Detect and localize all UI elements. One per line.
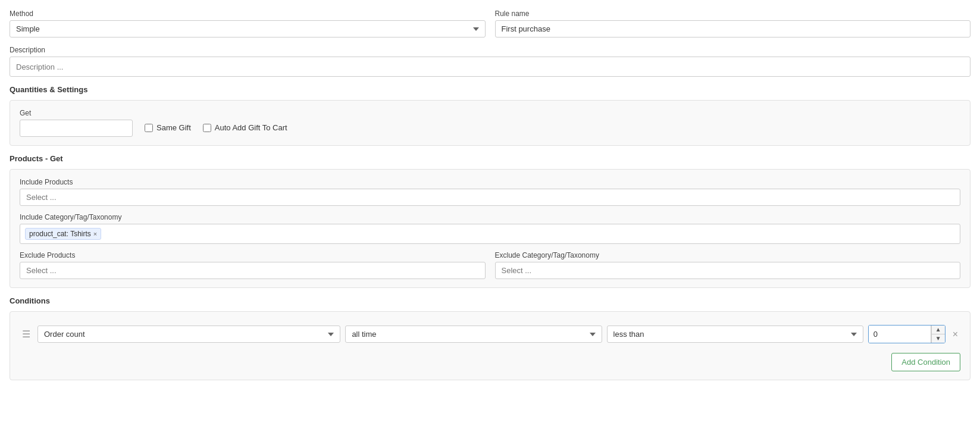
auto-add-checkbox[interactable]	[203, 124, 211, 132]
include-products-label: Include Products	[20, 178, 960, 186]
include-category-label: Include Category/Tag/Taxonomy	[20, 213, 960, 221]
exclude-products-input[interactable]	[20, 262, 486, 279]
add-condition-button[interactable]: Add Condition	[891, 353, 960, 371]
exclude-products-label: Exclude Products	[20, 251, 486, 259]
drag-handle-icon[interactable]: ☰	[20, 328, 33, 340]
same-gift-label: Same Gift	[156, 123, 191, 132]
spinner-buttons: ▲ ▼	[931, 326, 945, 343]
method-select[interactable]: Simple Advanced	[10, 20, 486, 37]
get-label: Get	[20, 109, 133, 117]
include-category-input[interactable]: product_cat: Tshirts ×	[20, 224, 960, 244]
exclude-category-input[interactable]	[495, 262, 961, 279]
products-get-title: Products - Get	[10, 154, 970, 163]
exclude-category-label: Exclude Category/Tag/Taxonomy	[495, 251, 961, 259]
same-gift-checkbox[interactable]	[145, 124, 153, 132]
tag-text: product_cat: Tshirts	[29, 230, 91, 238]
condition-value-spinner[interactable]: ▲ ▼	[868, 325, 945, 343]
comparison-select[interactable]: less than greater than equal to not equa…	[607, 326, 863, 343]
include-products-input[interactable]	[20, 189, 960, 206]
condition-value-input[interactable]	[869, 326, 931, 343]
description-input[interactable]	[10, 57, 970, 77]
rule-name-input[interactable]: First purchase	[495, 20, 971, 37]
auto-add-label: Auto Add Gift To Cart	[215, 123, 287, 132]
description-label: Description	[10, 46, 970, 54]
get-input[interactable]: 1	[20, 120, 133, 137]
rule-name-label: Rule name	[495, 10, 971, 18]
spinner-up-button[interactable]: ▲	[931, 326, 945, 334]
order-count-select[interactable]: Order count Order total Customer group	[37, 326, 340, 343]
remove-condition-button[interactable]: ×	[950, 329, 960, 340]
method-label: Method	[10, 10, 486, 18]
time-period-select[interactable]: all time last 30 days last 90 days last …	[345, 326, 602, 343]
conditions-title: Conditions	[10, 296, 970, 305]
category-tag[interactable]: product_cat: Tshirts ×	[25, 228, 101, 240]
spinner-down-button[interactable]: ▼	[931, 334, 945, 343]
remove-tag-icon[interactable]: ×	[93, 230, 97, 237]
quantities-settings-title: Quantities & Settings	[10, 85, 970, 94]
